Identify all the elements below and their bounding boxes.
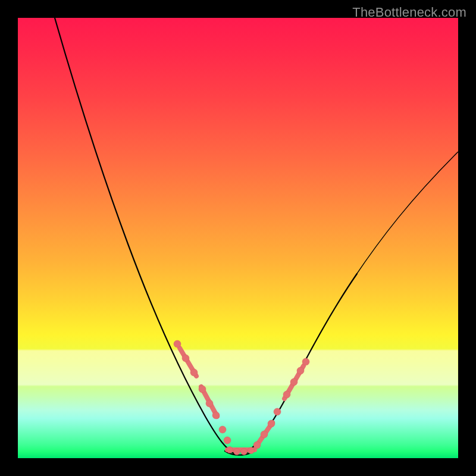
right-curve-upper — [354, 152, 458, 278]
right-bead-dot-4 — [274, 408, 281, 415]
right-bead-dot-7 — [297, 367, 304, 374]
bottom-bead-dot-3 — [241, 449, 248, 455]
left-bead-dot-3 — [190, 369, 198, 376]
right-bead-dot-2 — [261, 431, 268, 438]
left-bead-dot-5 — [206, 400, 213, 407]
curve-layer — [18, 18, 458, 458]
bottom-bead-dot-2 — [234, 449, 240, 455]
bottom-bead-dot-4 — [248, 447, 255, 454]
plot-area — [18, 18, 458, 458]
right-bead-dot-6 — [290, 378, 298, 386]
left-bead-dot-2 — [182, 355, 189, 362]
left-bead-dot-4 — [199, 386, 206, 393]
bottom-bead-dot-1 — [227, 447, 233, 453]
watermark-text: TheBottleneck.com — [352, 5, 466, 20]
left-curve — [55, 18, 234, 453]
left-bead-dot-8 — [224, 437, 231, 444]
left-bead-dot-6 — [212, 412, 220, 419]
right-bead-dot-8 — [302, 358, 309, 365]
right-bead-dot-1 — [253, 441, 261, 449]
right-bead-dot-5 — [283, 391, 290, 398]
chart-frame: TheBottleneck.com — [0, 0, 476, 476]
left-bead-dot-1 — [174, 340, 181, 347]
left-bead-dot-7 — [219, 426, 226, 433]
right-bead-dot-3 — [268, 420, 275, 427]
right-curve-lower — [246, 274, 357, 453]
